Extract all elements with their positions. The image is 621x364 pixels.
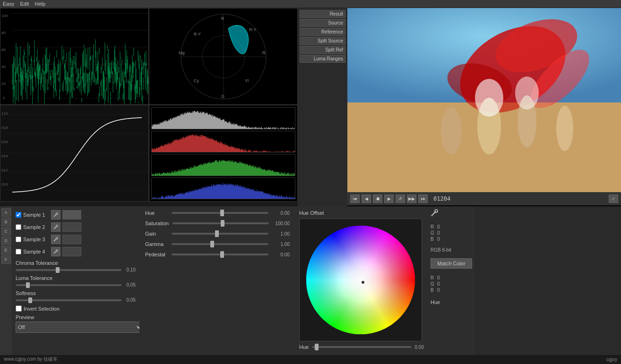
sample-2-color	[62, 222, 81, 232]
sample-4-checkbox[interactable]	[16, 249, 21, 254]
hue-slider-label: Hue	[145, 210, 168, 216]
sample-1-checkbox[interactable]	[16, 212, 21, 218]
histogram-scope	[149, 105, 298, 202]
softness-track[interactable]	[16, 299, 121, 301]
sample-4-label: Sample 4	[23, 249, 49, 254]
svg-point-11	[475, 79, 503, 117]
sample-1-label: Sample 1	[23, 212, 49, 218]
svg-rect-23	[431, 215, 433, 216]
chroma-tolerance-track[interactable]	[16, 269, 121, 271]
svg-point-12	[515, 76, 539, 110]
sidebar-tab-f[interactable]: F	[1, 255, 11, 264]
gamma-slider-track[interactable]	[172, 243, 269, 245]
luma-tolerance-value: 0.05	[123, 282, 136, 288]
footer-text: www.cgjoy.com by 拉破车	[4, 356, 58, 363]
svg-point-14	[56, 213, 58, 215]
sample-2-eyedropper[interactable]	[51, 222, 60, 232]
sample-1-color	[62, 210, 81, 220]
r-label-top: R	[431, 224, 435, 229]
btn-reference[interactable]: Reference	[300, 28, 345, 36]
svg-point-8	[441, 107, 462, 154]
luma-tolerance-track[interactable]	[16, 284, 121, 286]
sample-3-eyedropper[interactable]	[51, 235, 60, 244]
menu-help[interactable]: Help	[34, 1, 45, 7]
hue-bottom-value: 0.00	[415, 345, 424, 350]
btn-luma-ranges[interactable]: Luma Ranges	[300, 55, 345, 63]
sample-2-label: Sample 2	[23, 224, 49, 230]
sample-row-4: Sample 4	[16, 247, 136, 256]
histogram-red	[151, 131, 295, 153]
btn-go-end[interactable]: ⏭	[418, 195, 428, 203]
menu-easy[interactable]: Easy	[3, 1, 14, 7]
video-preview: ⏮ ◀ ⏹ ▶ ↺ ▶▶ ⏭ 01204 ⤢	[347, 8, 621, 206]
hue-wheel-container[interactable]	[299, 219, 422, 341]
svg-point-16	[56, 225, 58, 227]
sample-controls: Sample 1 Sample 2 Sample 3	[12, 206, 139, 355]
gain-slider-label: Gain	[145, 231, 168, 237]
sample-3-label: Sample 3	[23, 237, 49, 242]
histogram-green	[151, 154, 295, 176]
waveform-scope	[0, 8, 149, 105]
btn-fullscreen[interactable]: ⤢	[609, 195, 618, 203]
r-value-top: 0	[437, 224, 440, 229]
view-controls: Result Source Reference Split Source Spl…	[298, 8, 347, 206]
luma-tolerance-label: Luma Tolerance	[16, 275, 136, 281]
sidebar-tab-c[interactable]: C	[1, 227, 11, 236]
sample-4-eyedropper[interactable]	[51, 247, 60, 256]
rgb-display-top: R 0 G 0 B 0	[431, 224, 472, 242]
btn-go-start[interactable]: ⏮	[350, 195, 360, 203]
pedestal-slider-track[interactable]	[172, 254, 269, 255]
btn-prev-frame[interactable]: ◀	[362, 195, 371, 203]
vectorscope	[149, 8, 298, 105]
parade-scope	[0, 105, 149, 202]
sidebar-tab-d[interactable]: D	[1, 237, 11, 245]
btn-next-frame[interactable]: ▶▶	[407, 195, 416, 203]
sidebar-tab-e[interactable]: E	[1, 246, 11, 254]
sidebar-tab-b[interactable]: B	[1, 218, 11, 226]
histogram-blue	[151, 178, 295, 200]
video-frame	[347, 8, 621, 192]
b-label-bot: B	[431, 288, 435, 293]
svg-point-20	[56, 250, 58, 252]
btn-source[interactable]: Source	[300, 19, 345, 27]
eyedropper-icon	[431, 209, 438, 217]
gain-slider-track[interactable]	[172, 233, 269, 235]
bottom-section: A B C D E F Sample 1 Sample 2	[0, 206, 621, 355]
btn-play[interactable]: ▶	[384, 195, 394, 203]
softness-value: 0.05	[123, 297, 136, 303]
hsl-controls: Hue 0.00 Saturation 100.00 Gain	[139, 206, 295, 355]
btn-split-source[interactable]: Split Source	[300, 37, 345, 45]
g-value-bot: 0	[437, 281, 440, 287]
hue-bottom-track[interactable]	[312, 346, 411, 348]
menu-edit[interactable]: Edit	[20, 1, 29, 7]
btn-play-loop[interactable]: ↺	[396, 195, 405, 203]
b-value-bot: 0	[437, 288, 440, 293]
btn-stop[interactable]: ⏹	[373, 195, 382, 203]
right-panel: R 0 G 0 B 0 RGB 8-bit Match Color R 0	[428, 206, 475, 355]
eyedropper-tool[interactable]	[431, 209, 472, 218]
sample-3-checkbox[interactable]	[16, 237, 21, 242]
btn-result[interactable]: Result	[300, 10, 345, 18]
sample-row-3: Sample 3	[16, 235, 136, 244]
transport-bar: ⏮ ◀ ⏹ ▶ ↺ ▶▶ ⏭ 01204 ⤢	[347, 192, 621, 205]
saturation-slider-label: Saturation	[145, 220, 169, 226]
sample-1-eyedropper[interactable]	[51, 210, 60, 220]
r-value-bot: 0	[437, 275, 440, 280]
preview-select[interactable]: Off	[16, 322, 143, 333]
pedestal-slider-value: 0.00	[272, 252, 290, 257]
btn-split-ref[interactable]: Split Ref	[300, 46, 345, 54]
b-label-top: B	[431, 237, 435, 242]
sidebar-tab-a[interactable]: A	[1, 208, 11, 217]
footer-logo: cgjoy	[606, 357, 617, 362]
saturation-slider-track[interactable]	[172, 222, 269, 224]
b-value-top: 0	[437, 237, 440, 242]
top-section: Result Source Reference Split Source Spl…	[0, 8, 621, 206]
hue-slider-value: 0.00	[272, 211, 290, 216]
invert-selection-checkbox[interactable]	[16, 305, 22, 312]
preview-label: Preview	[16, 314, 136, 320]
hue-slider-track[interactable]	[172, 212, 269, 214]
sample-2-checkbox[interactable]	[16, 224, 21, 230]
match-color-button[interactable]: Match Color	[431, 258, 472, 269]
g-label-bot: G	[431, 281, 435, 287]
chroma-tolerance-label: Chroma Tolerance	[16, 260, 136, 266]
